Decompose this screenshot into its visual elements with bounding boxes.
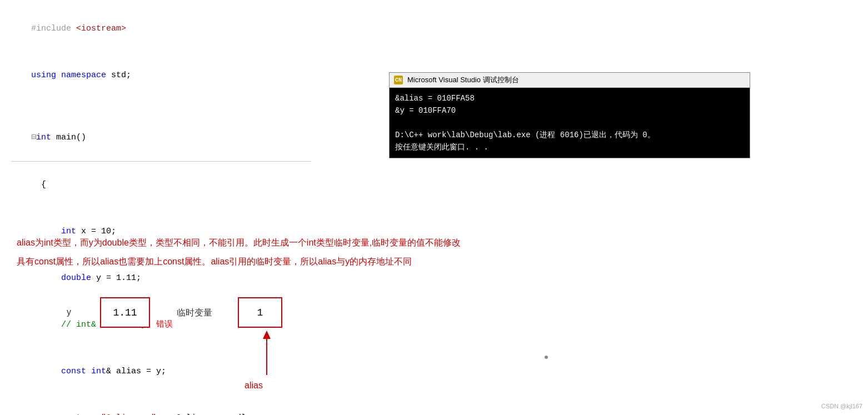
y-value-box: 1.11	[100, 297, 150, 328]
svg-marker-1	[263, 331, 271, 339]
alias-arrow	[245, 328, 289, 378]
console-body: &alias = 010FFA58 &y = 010FFA70 D:\C++ w…	[390, 88, 750, 158]
code-line-4: ⊟int main()	[11, 114, 333, 161]
y-label: y	[67, 307, 71, 317]
console-line-2: &y = 010FFA70	[395, 104, 744, 117]
code-line-1: #include <iostream>	[11, 6, 333, 52]
console-app-icon: CN	[394, 76, 403, 84]
dot-accent	[545, 356, 548, 359]
code-line-5: {	[11, 162, 333, 208]
console-line-5: 按任意键关闭此窗口. . .	[395, 141, 744, 153]
temp-value-box: 1	[238, 297, 282, 328]
console-line-3	[395, 117, 744, 129]
code-line-3	[11, 99, 333, 114]
console-titlebar: CN Microsoft Visual Studio 调试控制台	[390, 73, 750, 88]
explanation-text: alias为int类型，而y为double类型，类型不相同，不能引用。此时生成一…	[17, 233, 851, 271]
code-line-10: cout << "&alias = " << &alias << endl;	[11, 395, 333, 415]
console-window: CN Microsoft Visual Studio 调试控制台 &alias …	[389, 72, 750, 158]
diagram-area: y 1.11 临时变量 1 alias	[56, 297, 389, 386]
alias-label: alias	[245, 381, 263, 391]
code-line-2: using namespace std;	[11, 52, 333, 99]
explanation-line2: 具有const属性，所以alias也需要加上const属性。alias引用的临时…	[17, 252, 851, 271]
temp-label: 临时变量	[177, 307, 212, 319]
console-title: Microsoft Visual Studio 调试控制台	[407, 75, 519, 85]
console-line-1: &alias = 010FFA58	[395, 92, 744, 104]
explanation-line1: alias为int类型，而y为double类型，类型不相同，不能引用。此时生成一…	[17, 233, 851, 252]
console-line-4: D:\C++ work\lab\Debug\lab.exe (进程 6016)已…	[395, 129, 744, 141]
watermark: CSDN @kjl167	[821, 403, 862, 409]
